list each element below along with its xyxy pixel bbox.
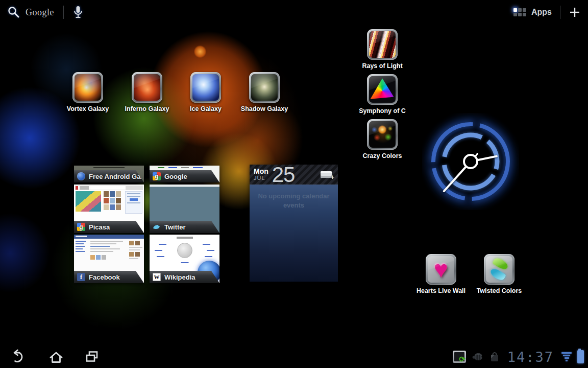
bottom-system-bar: ⟳ 14:37 [0,346,588,368]
shortcut-label: Symphony of C [353,107,412,114]
shortcut-ice-galaxy[interactable]: Ice Galaxy [176,72,235,112]
status-tray[interactable]: ⟳ 14:37 [453,346,584,368]
shortcut-rays-of-light[interactable]: Rays of Light [353,29,412,70]
update-notification-icon: ⟳ [453,351,466,363]
add-to-homescreen-button[interactable] [569,6,581,18]
recent-apps-button[interactable] [81,348,103,365]
signal-strength-icon [561,352,572,362]
symphony-of-colors-icon [367,74,398,105]
search-icon [7,6,20,19]
back-button[interactable] [6,348,29,365]
analog-clock-widget[interactable] [422,113,519,210]
shortcut-hearts-live-wallpaper[interactable]: ♥ Hearts Live Wall [411,254,471,294]
bookmark-facebook[interactable]: f Facebook [74,235,144,283]
shortcut-label: Inferno Galaxy [117,105,177,112]
bookmark-google[interactable]: g Google [150,166,219,182]
calendar-widget[interactable]: Mon JUL 25 + No upcoming calendar events [250,165,338,282]
shortcut-shadow-galaxy[interactable]: Shadow Galaxy [235,72,294,112]
twitter-icon [153,223,161,231]
google-logo-text: Google [26,7,54,18]
bookmark-label: Picasa [89,223,110,231]
bookmark-label: Wikipedia [164,273,195,281]
calendar-date: 25 [272,163,295,187]
picasa-icon: g [77,223,85,231]
hearts-live-wallpaper-icon: ♥ [426,254,456,285]
apps-label: Apps [531,8,552,17]
shortcut-label: Shadow Galaxy [235,105,294,112]
topbar-divider [560,6,560,19]
clock-face [422,113,519,210]
google-search-button[interactable]: Google [7,6,54,19]
bookmark-label: Twitter [164,223,186,231]
market-bag-icon [489,351,500,363]
top-status-bar: Google Apps [0,0,588,25]
back-icon [9,349,26,364]
microphone-icon [73,5,83,19]
shortcut-crazy-colors[interactable]: Crazy Colors [353,119,412,159]
shortcut-label: Crazy Colors [353,152,412,159]
shortcut-vortex-galaxy[interactable]: Vortex Galaxy [58,72,117,112]
shortcut-symphony-of-colors[interactable]: Symphony of C [353,74,412,114]
ice-galaxy-icon [190,72,221,103]
shortcut-twisted-colors[interactable]: Twisted Colors [470,254,529,294]
status-clock: 14:37 [507,349,554,365]
twisted-colors-icon [484,254,514,285]
calendar-empty-message: No upcoming calendar events [256,185,332,210]
facebook-icon: f [77,273,85,281]
voice-search-button[interactable] [73,5,83,19]
calendar-body: No upcoming calendar events [250,185,338,282]
shadow-galaxy-icon [249,72,280,103]
google-icon: g [153,172,161,180]
shortcut-label: Hearts Live Wall [411,287,471,294]
inferno-galaxy-icon [132,72,162,103]
calendar-header: Mon JUL 25 + [250,165,338,185]
shortcut-label: Ice Galaxy [176,105,235,112]
home-icon [47,349,65,364]
crazy-colors-icon [367,119,398,150]
globe-icon [77,172,85,180]
battery-icon [577,350,584,363]
calendar-month: JUL [254,175,268,181]
shortcut-label: Twisted Colors [470,287,529,294]
plus-icon [569,6,581,18]
add-event-icon[interactable]: + [321,170,334,179]
bookmark-label: Google [164,173,187,180]
recent-apps-icon [83,349,101,364]
apps-button[interactable]: Apps [513,8,552,17]
calendar-day: Mon [254,168,268,175]
rays-of-light-icon [367,29,398,60]
wikipedia-icon: W [153,273,161,281]
shortcut-label: Rays of Light [353,62,412,70]
home-button[interactable] [45,348,67,365]
bookmark-picasa[interactable]: g Picasa [74,185,144,233]
bookmark-wikipedia[interactable]: W Wikipedia [150,235,219,283]
bookmark-label: Facebook [89,273,120,281]
bookmark-label: Free Android Game… [89,173,157,180]
apps-grid-icon [513,8,526,16]
shortcut-inferno-galaxy[interactable]: Inferno Galaxy [117,72,177,112]
bookmark-twitter[interactable]: Twitter [150,185,219,233]
bookmarks-widget: Free Android Game… g Google g Picasa [74,166,219,283]
home-screen: Google Apps [0,0,588,368]
honeycomb-bee-icon [472,352,484,362]
topbar-divider [63,6,64,19]
shortcut-label: Vortex Galaxy [58,105,117,112]
vortex-galaxy-icon [72,72,103,103]
bookmark-free-android-games[interactable]: Free Android Game… [74,166,144,182]
